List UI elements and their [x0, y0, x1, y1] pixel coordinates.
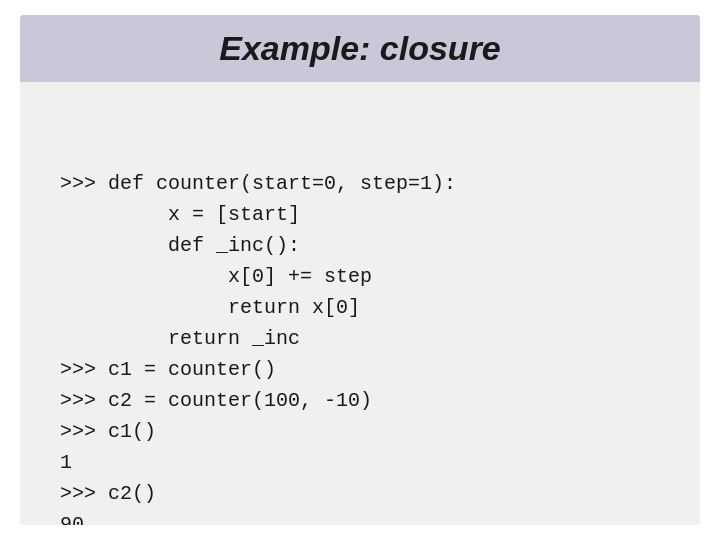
slide-title: Example: closure	[219, 29, 501, 67]
code-line-0: >>> def counter(start=0, step=1):	[60, 168, 660, 199]
slide-content: >>> def counter(start=0, step=1): x = [s…	[20, 82, 700, 525]
code-block: >>> def counter(start=0, step=1): x = [s…	[60, 106, 660, 525]
code-line-11: 90	[60, 509, 660, 525]
code-line-1: x = [start]	[60, 199, 660, 230]
code-line-6: >>> c1 = counter()	[60, 354, 660, 385]
code-line-10: >>> c2()	[60, 478, 660, 509]
code-line-9: 1	[60, 447, 660, 478]
code-line-8: >>> c1()	[60, 416, 660, 447]
code-line-2: def _inc():	[60, 230, 660, 261]
code-line-3: x[0] += step	[60, 261, 660, 292]
slide-header: Example: closure	[20, 15, 700, 82]
code-line-5: return _inc	[60, 323, 660, 354]
slide: Example: closure >>> def counter(start=0…	[20, 15, 700, 525]
code-line-7: >>> c2 = counter(100, -10)	[60, 385, 660, 416]
code-line-4: return x[0]	[60, 292, 660, 323]
